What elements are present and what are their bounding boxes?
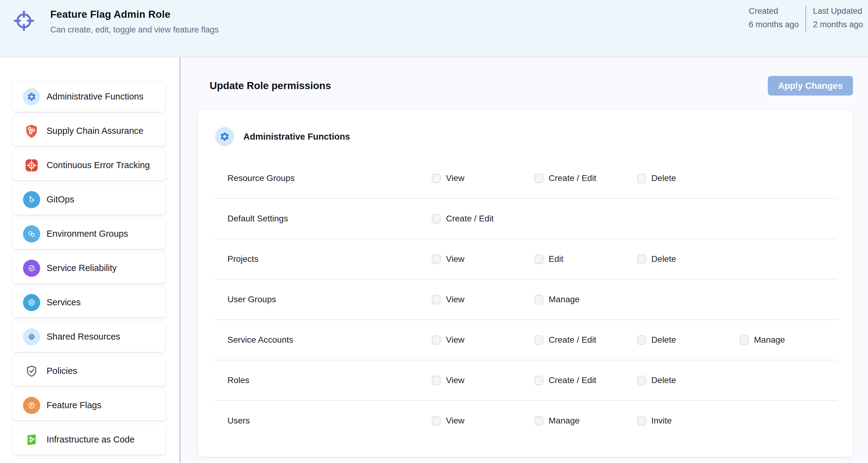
permission-checkbox[interactable] [432, 295, 441, 304]
sidebar-item-continuous-error-tracking[interactable]: Continuous Error Tracking [12, 150, 165, 180]
permission-checkbox[interactable] [534, 416, 544, 426]
permission-checkbox[interactable] [432, 335, 441, 345]
hexagon-nut-icon [23, 294, 40, 311]
hexagon-group-icon [23, 225, 40, 242]
permission-label: Delete [651, 335, 676, 345]
sidebar-item-label: Continuous Error Tracking [46, 160, 150, 170]
permission-label: Create / Edit [549, 375, 596, 385]
sidebar-item-service-reliability[interactable]: Service Reliability [12, 253, 165, 283]
resource-category-sidebar: Administrative Functions Supply Chain As… [0, 57, 181, 462]
resource-name: Roles [214, 375, 432, 385]
role-header: Feature Flag Admin Role Can create, edit… [0, 0, 868, 57]
table-row-default-settings: Default Settings Create / Edit [214, 199, 837, 239]
created-label: Created [749, 4, 799, 18]
sidebar-item-label: Administrative Functions [46, 92, 144, 102]
permission-checkbox[interactable] [637, 255, 646, 264]
permission-label: Edit [549, 254, 563, 264]
permission-label: View [446, 335, 464, 345]
gear-icon [215, 127, 234, 146]
resource-name: Projects [214, 254, 432, 264]
section-heading: Update Role permissions [210, 80, 331, 92]
permission-checkbox[interactable] [534, 255, 544, 264]
permission-label: Manage [754, 335, 785, 345]
table-row-roles: Roles View Create / Edit Delete [214, 360, 837, 401]
permission-checkbox[interactable] [637, 416, 646, 426]
sidebar-item-supply-chain-assurance[interactable]: Supply Chain Assurance [12, 116, 165, 146]
flag-icon [23, 397, 40, 414]
permission-checkbox[interactable] [432, 376, 441, 385]
permission-checkbox[interactable] [637, 174, 646, 183]
page-title: Feature Flag Admin Role [50, 8, 219, 20]
sidebar-item-label: Feature Flags [46, 400, 101, 410]
shared-dice-icon [23, 328, 40, 345]
table-row-projects: Projects View Edit Delete [214, 239, 837, 279]
permission-checkbox[interactable] [432, 214, 441, 224]
resource-name: Service Accounts [214, 335, 432, 345]
permission-group-title: Administrative Functions [243, 132, 350, 142]
sidebar-item-label: Services [46, 297, 81, 307]
resource-name: User Groups [214, 295, 432, 304]
permission-checkbox[interactable] [534, 335, 544, 345]
permission-label: Delete [651, 375, 676, 385]
table-row-resource-groups: Resource Groups View Create / Edit Delet… [214, 158, 837, 199]
permission-checkbox[interactable] [534, 295, 544, 304]
permission-checkbox[interactable] [740, 335, 749, 345]
clock-check-icon [23, 260, 40, 277]
sidebar-item-label: Supply Chain Assurance [46, 126, 144, 136]
permission-label: Delete [651, 254, 676, 264]
permission-label: View [446, 416, 464, 426]
gear-icon [23, 88, 40, 105]
sidebar-item-label: Environment Groups [46, 229, 128, 239]
permission-label: Create / Edit [549, 335, 596, 345]
created-value: 6 months ago [749, 18, 799, 31]
permission-label: View [446, 295, 464, 304]
sidebar-item-label: Infrastructure as Code [46, 434, 134, 444]
table-row-users: Users View Manage Invite [214, 401, 837, 441]
role-meta: Created 6 months ago Last Updated 2 mont… [749, 4, 863, 32]
sidebar-item-administrative-functions[interactable]: Administrative Functions [12, 81, 165, 112]
git-branch-icon [23, 191, 40, 208]
table-row-user-groups: User Groups View Manage [214, 279, 837, 320]
permission-checkbox[interactable] [534, 376, 544, 385]
permission-checkbox[interactable] [534, 174, 544, 183]
shield-branch-icon [23, 123, 40, 140]
permission-label: Manage [549, 295, 580, 304]
permissions-main: Update Role permissions Apply Changes Ad… [181, 57, 868, 462]
sidebar-item-gitops[interactable]: GitOps [12, 184, 165, 214]
sidebar-item-infrastructure-as-code[interactable]: Infrastructure as Code [12, 424, 165, 455]
sidebar-item-feature-flags[interactable]: Feature Flags [12, 390, 165, 421]
permission-label: Invite [651, 416, 672, 426]
permission-checkbox[interactable] [432, 174, 441, 183]
created-meta: Created 6 months ago [749, 4, 799, 32]
permission-checkbox[interactable] [432, 416, 441, 426]
sidebar-item-partial[interactable] [12, 459, 165, 462]
sidebar-item-environment-groups[interactable]: Environment Groups [12, 219, 165, 249]
circuit-panel-icon [23, 431, 40, 448]
sidebar-item-policies[interactable]: Policies [12, 356, 165, 386]
last-updated-label: Last Updated [813, 4, 863, 18]
last-updated-value: 2 months ago [813, 18, 863, 31]
meta-divider [805, 5, 806, 32]
permission-label: View [446, 254, 464, 264]
permission-label: Delete [651, 173, 676, 183]
table-row-service-accounts: Service Accounts View Create / Edit Dele… [214, 320, 837, 360]
shield-check-icon [23, 363, 40, 380]
resource-name: Users [214, 416, 432, 426]
role-description: Can create, edit, toggle and view featur… [50, 25, 219, 35]
permission-checkbox[interactable] [637, 376, 646, 385]
sidebar-item-label: Shared Resources [46, 332, 120, 342]
role-permissions-page: Feature Flag Admin Role Can create, edit… [0, 0, 868, 463]
permission-checkbox[interactable] [637, 335, 646, 345]
crosshair-target-icon [12, 8, 36, 32]
sidebar-item-shared-resources[interactable]: Shared Resources [12, 322, 165, 352]
permission-label: Manage [549, 416, 580, 426]
permission-checkbox[interactable] [432, 255, 441, 264]
apply-changes-button[interactable]: Apply Changes [768, 76, 853, 96]
sidebar-item-label: Policies [46, 366, 77, 376]
last-updated-meta: Last Updated 2 months ago [813, 4, 863, 32]
resource-name: Default Settings [214, 214, 432, 224]
permission-label: View [446, 375, 464, 385]
error-target-icon [23, 157, 40, 174]
sidebar-item-services[interactable]: Services [12, 287, 165, 318]
resource-name: Resource Groups [214, 173, 432, 183]
